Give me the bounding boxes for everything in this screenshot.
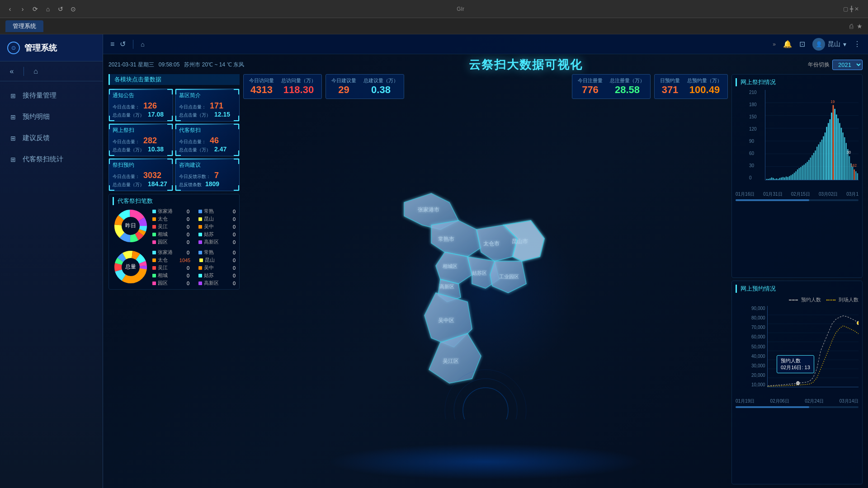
history-button[interactable]: ↺ (56, 5, 65, 14)
online-scan-y-labels: 2101801501209060300 (749, 90, 765, 180)
total-reg-val: 28.58 (615, 84, 640, 96)
appointment-chart-area: 90,00080,00070,00060,00050,00040,00030,0… (751, 306, 859, 396)
year-switch: 年份切换 2021 2020 2019 (808, 60, 863, 70)
svg-rect-74 (816, 147, 818, 180)
browser-chrome: ‹ › ⟳ ⌂ ↺ ⊙ GIr ▢ ╋ ✕ (0, 0, 868, 18)
svg-rect-60 (794, 173, 795, 180)
svg-rect-53 (783, 177, 784, 180)
back-button[interactable]: ‹ (5, 5, 14, 14)
stat-card-intro: 墓区简介 今日点击量： 171 总点击量（万） 12.15 (175, 89, 240, 122)
section-clicks-label: 各模块点击量数据 (108, 74, 240, 85)
svg-text:张家港市: 张家港市 (418, 206, 439, 213)
breadcrumb: ⌂ (141, 41, 144, 48)
appointment-y-labels: 90,00080,00070,00060,00050,00040,00030,0… (751, 306, 767, 387)
sidebar: ⊙ 管理系统 « ⌂ ⊞ 接待量管理 ⊞ 预约明细 ⊞ 建议反馈 ⊞ 代客祭扫统 (0, 34, 103, 488)
svg-rect-69 (808, 160, 810, 180)
sidebar-home-button[interactable]: ⌂ (29, 65, 42, 78)
svg-rect-66 (803, 164, 805, 180)
online-scan-chart-title: 网上祭扫情况 (736, 78, 859, 86)
year-select[interactable]: 2021 2020 2019 (832, 60, 863, 70)
map-glow-bottom (327, 444, 644, 480)
more-options-icon[interactable]: ⋮ (854, 40, 861, 48)
scan-appoint-title: 祭扫预约 (113, 161, 169, 169)
online-scan-grid: 19 162 30 (765, 90, 859, 180)
proxy-scan-total-val: 2.47 (214, 145, 226, 153)
total-donut-legend: 张家港0常熟0 太仓1045昆山0 吴江0吴中0 相城0姑苏0 园区0高新区0 (152, 249, 236, 286)
svg-rect-59 (792, 174, 793, 180)
sidebar-item-reception[interactable]: ⊞ 接待量管理 (0, 85, 103, 106)
center-panel: 今日访问量 4313 总访问量（万） 118.30 今日建议量 (243, 74, 728, 484)
total-donut: 总量 (113, 249, 149, 285)
menu-toggle-button[interactable]: ≡ (110, 40, 114, 48)
sidebar-item-appointment[interactable]: ⊞ 预约明细 (0, 106, 103, 127)
scan-appoint-total-val: 184.27 (148, 180, 167, 188)
feedback-icon: ⊞ (9, 134, 17, 142)
svg-rect-55 (786, 177, 787, 180)
avatar: 👤 (812, 38, 825, 51)
breadcrumb-home-icon[interactable]: ⌂ (141, 41, 144, 48)
active-tab[interactable]: 管理系统 (5, 20, 43, 32)
consult-total-val: 1809 (205, 180, 219, 188)
share-icon[interactable]: ⎙ (849, 23, 853, 30)
svg-rect-79 (825, 132, 826, 180)
fullscreen-icon[interactable]: ⊡ (799, 40, 805, 48)
appointment-icon: ⊞ (9, 113, 17, 121)
notification-icon[interactable]: 🔔 (783, 40, 792, 48)
svg-rect-87 (837, 118, 839, 180)
refresh-button[interactable]: ⟳ (31, 5, 40, 14)
user-info[interactable]: 👤 昆山 ▾ (812, 38, 846, 51)
appointment-chart-title: 网上预约情况 (736, 285, 859, 293)
svg-point-111 (857, 321, 859, 325)
appointment-chart-panel: 网上预约情况 预约人数 到场人数 (731, 281, 863, 484)
reg-card: 今日注册量 776 总注册量（万） 28.58 (572, 74, 651, 99)
svg-text:工业园区: 工业园区 (499, 274, 519, 279)
reload-button[interactable]: ↺ (120, 40, 126, 48)
svg-rect-58 (791, 175, 792, 180)
svg-text:吴江区: 吴江区 (443, 358, 459, 364)
online-scan-total-val: 10.38 (148, 145, 164, 153)
orders-card: 日预约量 371 总预约量（万） 100.49 (654, 74, 728, 99)
map-svg: 张家港市 常熟市 太仓市 昆山市 相城区 姑苏区 工业园区 高新区 吴中区 吴江… (350, 166, 621, 419)
menu-button[interactable]: ⊙ (69, 5, 78, 14)
sidebar-toolbar: « ⌂ (0, 61, 103, 81)
forward-button[interactable]: › (18, 5, 27, 14)
header-toolbar: ≡ ↺ ⌂ (110, 40, 145, 49)
today-builds-val: 29 (338, 84, 349, 96)
expand-button[interactable]: » (773, 41, 776, 47)
visits-card: 今日访问量 4313 总访问量（万） 118.30 (243, 74, 322, 99)
sidebar-item-proxy-stats[interactable]: ⊞ 代客祭扫统计 (0, 149, 103, 170)
sidebar-item-feedback[interactable]: ⊞ 建议反馈 (0, 127, 103, 149)
stat-card-online-scan: 网上祭扫 今日点击量： 282 总点击量（万） 10.38 (108, 123, 173, 156)
main-content: ≡ ↺ ⌂ » 🔔 ⊡ 👤 昆山 ▾ ⋮ (103, 34, 868, 488)
home-button[interactable]: ⌂ (43, 5, 52, 14)
appointment-scrollbar[interactable] (736, 406, 859, 408)
stat-card-proxy-scan: 代客祭扫 今日点击量： 46 总点击量（万） 2.47 (175, 123, 240, 156)
svg-rect-80 (826, 127, 827, 180)
stat-card-scan-appoint: 祭扫预约 今日点击量： 3032 总点击量（万） 184.27 (108, 158, 173, 191)
map-container: 张家港市 常熟市 太仓市 昆山市 相城区 姑苏区 工业园区 高新区 吴中区 吴江… (243, 101, 728, 484)
appointment-grid: 预约人数 02月16日: 13 (767, 306, 859, 387)
proxy-stats-icon: ⊞ (9, 155, 17, 164)
svg-rect-97 (854, 169, 855, 180)
collapse-sidebar-button[interactable]: « (5, 65, 18, 78)
svg-text:相城区: 相城区 (443, 263, 458, 269)
svg-rect-71 (811, 155, 813, 180)
tab-bar: 管理系统 ⎙ ★ (0, 18, 868, 34)
svg-rect-94 (849, 156, 850, 180)
svg-rect-50 (778, 179, 779, 180)
svg-rect-52 (781, 178, 782, 180)
total-builds-val: 0.38 (371, 84, 391, 96)
scan-appoint-today-val: 3032 (143, 171, 161, 180)
online-scan-title: 网上祭扫 (113, 127, 169, 134)
online-scan-scrollbar[interactable] (736, 199, 859, 201)
today-orders-val: 371 (662, 84, 679, 96)
svg-rect-82 (830, 119, 831, 180)
svg-rect-62 (797, 169, 798, 180)
svg-rect-61 (795, 171, 797, 180)
right-panel: 网上祭扫情况 2101801501209060300 (731, 74, 863, 484)
svg-text:姑苏区: 姑苏区 (472, 270, 487, 276)
total-visits-val: 118.30 (283, 84, 314, 96)
today-visits-val: 4313 (250, 84, 273, 96)
header-right: » 🔔 ⊡ 👤 昆山 ▾ ⋮ (773, 38, 861, 51)
bookmark-icon[interactable]: ★ (857, 23, 863, 30)
